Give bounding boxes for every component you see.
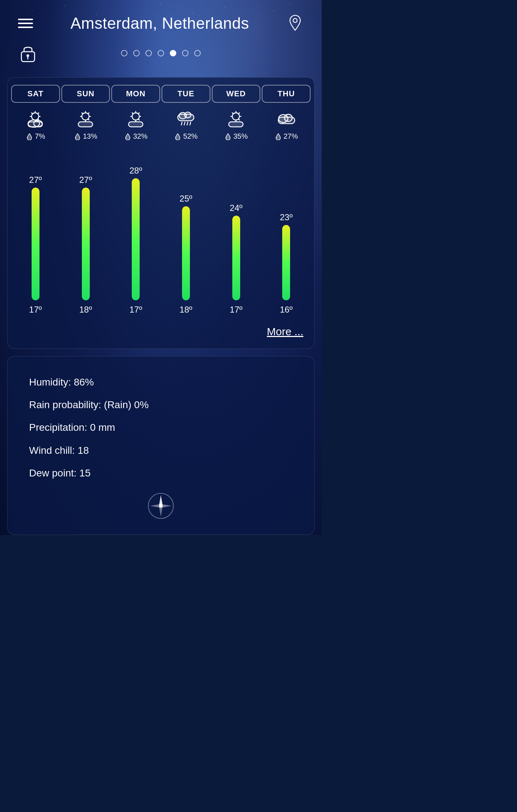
details-card: Humidity: 86% Rain probability: (Rain) 0… xyxy=(7,356,315,535)
page-dot-5[interactable] xyxy=(170,50,176,56)
day-tab-sat[interactable]: SAT xyxy=(11,85,60,103)
bar-column-sat: 27º17º xyxy=(11,146,60,318)
temp-low-tue: 18º xyxy=(180,305,192,315)
temp-low-mon: 17º xyxy=(129,305,142,315)
rain-probability-row: Rain probability: (Rain) 0% xyxy=(29,393,293,416)
precip-mon: 32% xyxy=(111,132,160,140)
weather-icon-sat xyxy=(11,110,60,129)
svg-line-11 xyxy=(38,113,39,114)
wind-rose xyxy=(29,484,293,527)
svg-point-57 xyxy=(159,504,163,508)
day-tab-wed[interactable]: WED xyxy=(212,85,261,103)
svg-line-45 xyxy=(232,113,233,114)
weather-icon-mon xyxy=(111,110,160,129)
more-button[interactable]: More ... xyxy=(8,318,314,341)
weather-icon-thu xyxy=(262,110,311,129)
svg-line-46 xyxy=(238,119,239,120)
precip-row: 7% 13% 32% 52% xyxy=(8,130,314,146)
precip-sun: 13% xyxy=(61,132,110,140)
svg-line-38 xyxy=(187,122,188,125)
temp-high-thu: 23º xyxy=(280,212,292,222)
day-headers: SAT SUN MON TUE WED THU xyxy=(8,85,314,103)
svg-line-21 xyxy=(88,119,89,120)
temp-bar-sat xyxy=(32,188,39,300)
sub-header xyxy=(0,40,322,70)
day-tab-tue[interactable]: TUE xyxy=(162,85,210,103)
day-tab-thu[interactable]: THU xyxy=(262,85,311,103)
temp-bar-thu xyxy=(282,225,290,300)
temp-bar-tue xyxy=(182,206,190,300)
temp-high-wed: 24º xyxy=(230,203,242,213)
temp-low-sat: 17º xyxy=(29,305,42,315)
weather-icon-wed xyxy=(212,110,261,129)
temp-high-sat: 27º xyxy=(29,175,42,185)
day-tab-sun[interactable]: SUN xyxy=(61,85,110,103)
bar-column-wed: 24º17º xyxy=(212,146,261,318)
temp-low-wed: 17º xyxy=(230,305,242,315)
bar-column-thu: 23º16º xyxy=(262,146,311,318)
precip-wed: 35% xyxy=(212,132,261,140)
page-dot-1[interactable] xyxy=(121,50,127,56)
page-dot-2[interactable] xyxy=(133,50,140,56)
humidity-row: Humidity: 86% xyxy=(29,371,293,393)
svg-line-39 xyxy=(190,122,191,125)
weather-icons-row xyxy=(8,103,314,130)
temp-bars-section: 27º17º27º18º28º17º25º18º24º17º23º16º xyxy=(8,146,314,318)
precip-tue: 52% xyxy=(162,132,210,140)
svg-line-10 xyxy=(38,119,39,120)
page-dots xyxy=(121,50,201,56)
temp-bar-wed xyxy=(232,216,240,300)
temp-bar-mon xyxy=(132,178,140,300)
svg-line-22 xyxy=(88,113,89,114)
temp-high-sun: 27º xyxy=(79,175,92,185)
svg-rect-23 xyxy=(78,122,93,127)
svg-rect-14 xyxy=(28,122,42,127)
svg-line-29 xyxy=(132,113,133,114)
precip-thu: 27% xyxy=(262,132,311,140)
precipitation-row: Precipitation: 0 mm xyxy=(29,416,293,439)
svg-point-35 xyxy=(185,112,191,118)
svg-line-9 xyxy=(32,113,33,114)
bar-column-mon: 28º17º xyxy=(111,146,160,318)
page-dot-6[interactable] xyxy=(182,50,188,56)
temp-low-thu: 16º xyxy=(280,305,292,315)
svg-line-36 xyxy=(181,122,182,125)
location-icon[interactable] xyxy=(287,15,304,32)
svg-line-31 xyxy=(138,113,139,114)
forecast-card: SAT SUN MON TUE WED THU xyxy=(7,77,315,349)
bar-column-tue: 25º18º xyxy=(162,146,210,318)
temp-bar-sun xyxy=(82,188,90,300)
weather-icon-tue xyxy=(162,110,210,129)
page-dot-7[interactable] xyxy=(194,50,201,56)
svg-line-30 xyxy=(138,119,139,120)
weather-icon-sun xyxy=(61,110,110,129)
dew-point-row: Dew point: 15 xyxy=(29,462,293,484)
day-tab-mon[interactable]: MON xyxy=(111,85,160,103)
svg-rect-51 xyxy=(278,117,295,124)
temp-high-tue: 25º xyxy=(180,194,192,204)
temp-low-sun: 18º xyxy=(79,305,92,315)
svg-point-0 xyxy=(293,18,297,22)
svg-line-20 xyxy=(82,113,83,114)
menu-button[interactable] xyxy=(18,19,33,28)
svg-line-37 xyxy=(184,122,185,125)
svg-line-47 xyxy=(238,113,239,114)
page-dot-4[interactable] xyxy=(158,50,164,56)
svg-rect-48 xyxy=(229,122,243,127)
lock-icon[interactable] xyxy=(18,43,38,63)
app-header: Amsterdam, Netherlands xyxy=(0,0,322,40)
temp-high-mon: 28º xyxy=(129,166,142,176)
precip-sat: 7% xyxy=(11,132,60,140)
bar-column-sun: 27º18º xyxy=(61,146,110,318)
page-dot-3[interactable] xyxy=(145,50,152,56)
wind-chill-row: Wind chill: 18 xyxy=(29,439,293,462)
svg-rect-32 xyxy=(129,122,143,127)
city-title: Amsterdam, Netherlands xyxy=(70,14,249,32)
